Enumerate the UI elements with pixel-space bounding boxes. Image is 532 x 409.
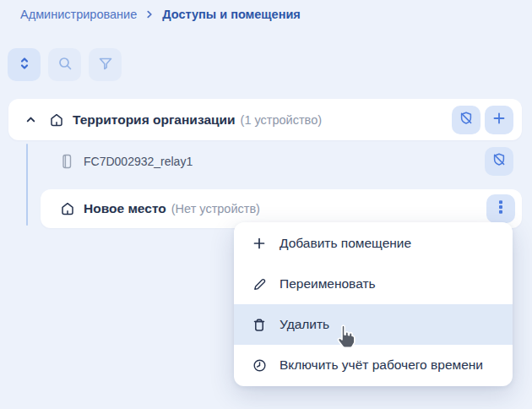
breadcrumb-access-rooms: Доступы и помещения: [162, 8, 301, 21]
tree-row-territory[interactable]: Территория организации (1 устройство): [8, 99, 522, 140]
place-context-menu: Добавить помещение Переименовать Удалить…: [234, 222, 513, 386]
search-icon: [57, 56, 73, 74]
chevron-up-icon[interactable]: [23, 112, 38, 128]
clock-icon: [252, 358, 267, 373]
filter-icon: [98, 56, 113, 74]
filter-button[interactable]: [89, 48, 122, 81]
menu-item-rename[interactable]: Переименовать: [234, 264, 513, 304]
territory-device-count: (1 устройство): [241, 113, 322, 127]
home-icon: [49, 112, 64, 128]
trash-icon: [252, 318, 267, 332]
breadcrumb: Администрирование Доступы и помещения: [20, 8, 301, 21]
unfold-icon: [18, 56, 31, 74]
tree-row-device[interactable]: FC7D002932_relay1: [41, 145, 522, 177]
menu-item-worktime[interactable]: Включить учёт рабочего времени: [234, 345, 513, 385]
device-name: FC7D002932_relay1: [84, 155, 193, 168]
home-icon: [60, 201, 75, 216]
place-menu-button[interactable]: [486, 194, 515, 223]
device-guard-off-button[interactable]: [485, 147, 513, 176]
guard-off-button[interactable]: [452, 106, 480, 134]
menu-item-delete[interactable]: Удалить: [234, 304, 513, 345]
shield-off-icon: [491, 152, 507, 171]
pencil-icon: [252, 277, 267, 292]
device-icon: [59, 153, 74, 170]
menu-item-add-room[interactable]: Добавить помещение: [234, 223, 513, 264]
add-place-button[interactable]: [485, 106, 513, 134]
expand-collapse-button[interactable]: [8, 48, 41, 81]
breadcrumb-administration[interactable]: Администрирование: [20, 8, 137, 21]
plus-icon: [252, 237, 267, 250]
toolbar: [8, 48, 122, 81]
chevron-right-icon: [144, 9, 155, 19]
plus-icon: [492, 112, 506, 128]
shield-off-icon: [459, 111, 474, 129]
tree-connector-line: [26, 144, 28, 226]
search-button[interactable]: [48, 48, 81, 81]
new-place-device-count: (Нет устройств): [171, 202, 260, 215]
kebab-menu-icon: [498, 199, 503, 218]
territory-title: Территория организации: [73, 112, 236, 128]
new-place-title: Новое место: [84, 201, 166, 216]
